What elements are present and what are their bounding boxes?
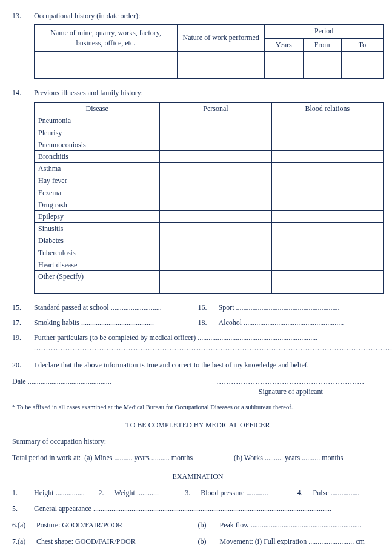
e1-num: 1. bbox=[12, 488, 34, 498]
e6a-label: Posture: GOOD/FAIR/POOR bbox=[36, 520, 122, 530]
personal-cell[interactable] bbox=[160, 163, 271, 175]
blood-cell[interactable] bbox=[271, 223, 383, 235]
q19-num: 19. bbox=[12, 333, 34, 353]
blood-cell[interactable] bbox=[271, 151, 383, 163]
q17-label: Smoking habits .........................… bbox=[34, 318, 154, 328]
blood-cell[interactable] bbox=[271, 175, 383, 187]
personal-cell[interactable] bbox=[160, 247, 271, 259]
disease-name-cell: Heart disease bbox=[35, 259, 160, 271]
table-row[interactable]: Diabetes bbox=[35, 235, 384, 247]
occupational-history-table: Name of mine, quarry, works, factory, bu… bbox=[34, 24, 384, 80]
q15-label: Standard passed at school ..............… bbox=[34, 303, 162, 313]
e4-num: 4. bbox=[297, 488, 313, 498]
disease-name-cell: Eczema bbox=[35, 187, 160, 199]
table-row[interactable] bbox=[35, 283, 384, 294]
personal-cell[interactable] bbox=[160, 223, 271, 235]
q13: 13. Occupational history (in date order)… bbox=[12, 11, 384, 21]
e4-label: Pulse ................ bbox=[313, 488, 359, 498]
q19: 19. Further particulars (to be completed… bbox=[12, 333, 384, 353]
personal-cell[interactable] bbox=[160, 271, 271, 283]
summary-label: Summary of occupation history: bbox=[12, 436, 384, 447]
exam-row-1: 1.Height ................ 2.Weight .....… bbox=[12, 488, 384, 498]
personal-cell[interactable] bbox=[160, 259, 271, 271]
q14-label: Previous illnesses and family history: bbox=[34, 88, 384, 98]
blood-cell[interactable] bbox=[271, 271, 383, 283]
disease-name-cell: Pneumonia bbox=[35, 115, 160, 127]
col-nature: Nature of work performed bbox=[178, 24, 265, 52]
e7a-num: 7.(a) bbox=[12, 537, 36, 545]
table-row[interactable]: Pneumoconiosis bbox=[35, 139, 384, 151]
q15-num: 15. bbox=[12, 303, 34, 313]
personal-cell[interactable] bbox=[160, 175, 271, 187]
q18-label: Alcohol ................................… bbox=[219, 318, 344, 328]
disease-name-cell: Bronchitis bbox=[35, 151, 160, 163]
exam-row-5: 5. General appearance ..................… bbox=[12, 504, 384, 514]
table-row[interactable]: Drug rash bbox=[35, 199, 384, 211]
e1-label: Height ................ bbox=[34, 488, 85, 498]
blood-cell[interactable] bbox=[271, 187, 383, 199]
q13-label: Occupational history (in date order): bbox=[34, 11, 384, 21]
personal-cell[interactable] bbox=[160, 187, 271, 199]
q13-num: 13. bbox=[12, 11, 34, 21]
q15-q16: 15. Standard passed at school ..........… bbox=[12, 303, 384, 313]
personal-cell[interactable] bbox=[160, 139, 271, 151]
blood-cell[interactable] bbox=[271, 259, 383, 271]
e7b-num: (b) bbox=[198, 537, 220, 545]
table-row[interactable]: Hay fever bbox=[35, 175, 384, 187]
col-personal: Personal bbox=[160, 102, 271, 115]
col-years: Years bbox=[265, 38, 303, 52]
q17-q18: 17. Smoking habits .....................… bbox=[12, 318, 384, 328]
footnote: * To be affixed in all cases examined at… bbox=[12, 403, 384, 412]
medical-officer-heading: TO BE COMPLETED BY MEDICAL OFFICER bbox=[12, 420, 384, 430]
q17-num: 17. bbox=[12, 318, 34, 328]
e5-label: General appearance .....................… bbox=[34, 504, 331, 514]
personal-cell[interactable] bbox=[160, 211, 271, 223]
disease-name-cell: Asthma bbox=[35, 163, 160, 175]
blood-cell[interactable] bbox=[271, 199, 383, 211]
table-row[interactable]: Heart disease bbox=[35, 259, 384, 271]
table-row[interactable]: Sinusitis bbox=[35, 223, 384, 235]
q16-num: 16. bbox=[198, 303, 219, 313]
exam-row-6: 6.(a)Posture: GOOD/FAIR/POOR (b)Peak flo… bbox=[12, 520, 384, 530]
personal-cell[interactable] bbox=[160, 127, 271, 139]
table-row[interactable]: Other (Specify) bbox=[35, 271, 384, 283]
personal-cell[interactable] bbox=[160, 151, 271, 163]
blood-cell[interactable] bbox=[271, 115, 383, 127]
signature-label: Signature of applicant bbox=[259, 387, 323, 396]
e2-num: 2. bbox=[99, 488, 115, 498]
personal-cell[interactable] bbox=[160, 235, 271, 247]
q14: 14. Previous illnesses and family histor… bbox=[12, 88, 384, 98]
blood-cell[interactable] bbox=[271, 235, 383, 247]
col-disease: Disease bbox=[35, 102, 160, 115]
q20: 20. I declare that the above information… bbox=[12, 360, 384, 370]
blood-cell[interactable] bbox=[271, 127, 383, 139]
disease-name-cell: Pleurisy bbox=[35, 127, 160, 139]
e7a-label: Chest shape: GOOD/FAIR/POOR bbox=[36, 537, 136, 545]
table-row[interactable]: Tuberculosis bbox=[35, 247, 384, 259]
table-row[interactable]: Epilepsy bbox=[35, 211, 384, 223]
table-row[interactable] bbox=[35, 52, 384, 79]
table-row[interactable]: Asthma bbox=[35, 163, 384, 175]
disease-table: Disease Personal Blood relations Pneumon… bbox=[34, 102, 384, 294]
q20-num: 20. bbox=[12, 360, 34, 370]
personal-cell[interactable] bbox=[160, 115, 271, 127]
total-period-row: Total period in work at: (a) Mines .....… bbox=[12, 453, 384, 463]
e3-label: Blood pressure ............ bbox=[201, 488, 268, 498]
table-row[interactable]: Bronchitis bbox=[35, 151, 384, 163]
col-from: From bbox=[303, 38, 341, 52]
table-row[interactable]: Pneumonia bbox=[35, 115, 384, 127]
blood-cell[interactable] bbox=[271, 211, 383, 223]
blood-cell[interactable] bbox=[271, 163, 383, 175]
table-row[interactable]: Eczema bbox=[35, 187, 384, 199]
table-row[interactable]: Pleurisy bbox=[35, 127, 384, 139]
total-a: (a) Mines .......... years .......... mo… bbox=[84, 453, 234, 463]
e3-num: 3. bbox=[185, 488, 201, 498]
date-line[interactable]: Date ...................................… bbox=[12, 376, 198, 397]
blood-cell[interactable] bbox=[271, 139, 383, 151]
signature-line[interactable]: ........................................… bbox=[217, 377, 365, 386]
disease-name-cell: Tuberculosis bbox=[35, 247, 160, 259]
personal-cell[interactable] bbox=[160, 199, 271, 211]
disease-name-cell: Sinusitis bbox=[35, 223, 160, 235]
exam-row-7: 7.(a)Chest shape: GOOD/FAIR/POOR (b) Mov… bbox=[12, 537, 384, 545]
blood-cell[interactable] bbox=[271, 247, 383, 259]
